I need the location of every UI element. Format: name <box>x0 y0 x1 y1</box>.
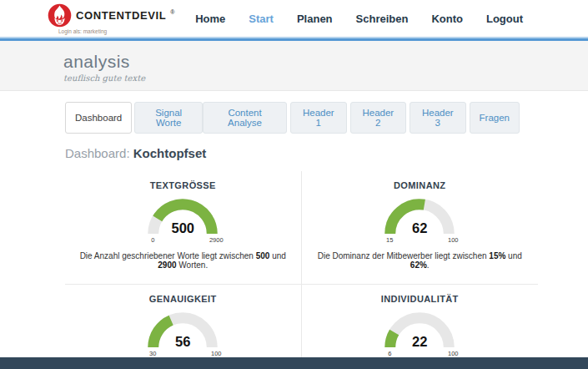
gauge-value: 500 <box>147 220 219 236</box>
nav-link-home[interactable]: Home <box>195 13 225 25</box>
gauge-cell-genauigkeit: GENAUIGKEIT 56 30 100 Die Genauigkeit de… <box>65 285 302 369</box>
brand-registered-mark: ® <box>170 9 174 15</box>
gauge-value: 62 <box>384 220 455 236</box>
contentdevil-logo-icon <box>48 3 72 28</box>
tab-header-2[interactable]: Header 2 <box>350 102 407 134</box>
gauge-min-label: 0 <box>143 236 162 244</box>
dashboard-heading-value: Kochtopfset <box>133 146 207 160</box>
page-subtitle: teuflisch gute texte <box>63 73 588 83</box>
tab-group-left: Dashboard Signal Worte <box>65 102 203 134</box>
gauge-chart: 62 15 100 <box>384 198 455 234</box>
brand-name: CONTENTDEVIL <box>76 9 166 22</box>
gauge-min-label: 6 <box>380 350 399 357</box>
gauge-value: 56 <box>147 334 219 350</box>
gauge-chart: 500 0 2900 <box>147 198 219 234</box>
tab-signal-worte[interactable]: Signal Worte <box>134 102 203 134</box>
footer-bar <box>0 357 588 369</box>
gauge-chart: 56 30 100 <box>147 311 219 347</box>
gauge-cell-dominanz: DOMINANZ 62 15 100 Die Dominanz der Mitb… <box>302 171 539 285</box>
gauge-cell-individualitaet: INDIVIDUALITÄT 22 6 100 Die Individualit… <box>302 285 539 369</box>
gauge-caption: Die Anzahl geschriebener Worte liegt zwi… <box>72 251 294 270</box>
tab-dashboard[interactable]: Dashboard <box>65 102 132 134</box>
gauge-title: DOMINANZ <box>309 180 532 190</box>
page-title: analysis <box>63 52 588 72</box>
nav-link-schreiben[interactable]: Schreiben <box>356 13 409 25</box>
nav-link-start[interactable]: Start <box>249 13 274 25</box>
gauge-grid: TEXTGRÖSSE 500 0 2900 Die Anzahl geschri… <box>65 171 538 369</box>
gauge-max-label: 2900 <box>207 236 225 244</box>
tab-content-analyse[interactable]: Content Analyse <box>203 102 287 134</box>
tab-header-3[interactable]: Header 3 <box>410 102 466 134</box>
gauge-value: 22 <box>384 334 455 350</box>
top-navbar: CONTENTDEVIL ® Login als: marketing Home… <box>0 0 588 37</box>
gauge-max-label: 100 <box>207 350 225 357</box>
nav-link-planen[interactable]: Planen <box>297 13 333 25</box>
brand-block: CONTENTDEVIL ® Login als: marketing <box>48 3 174 34</box>
gauge-caption: Die Dominanz der Mitbewerber liegt zwisc… <box>309 251 532 270</box>
nav-link-konto[interactable]: Konto <box>431 13 463 25</box>
nav-link-logout[interactable]: Logout <box>486 13 523 25</box>
dashboard-heading-prefix: Dashboard: <box>65 146 130 160</box>
login-as-label: Login als: marketing <box>58 28 174 34</box>
gauge-max-label: 100 <box>444 350 462 357</box>
gauge-cell-textgroesse: TEXTGRÖSSE 500 0 2900 Die Anzahl geschri… <box>65 171 302 285</box>
gauge-chart: 22 6 100 <box>384 311 455 347</box>
gauge-min-label: 30 <box>143 350 162 357</box>
gauge-title: TEXTGRÖSSE <box>72 180 294 190</box>
tab-bar: Dashboard Signal Worte Content Analyse H… <box>65 102 520 134</box>
tab-group-right: Content Analyse Header 1 Header 2 Header… <box>203 102 520 134</box>
gauge-title: GENAUIGKEIT <box>72 294 294 304</box>
tab-header-1[interactable]: Header 1 <box>290 102 347 134</box>
gauge-title: INDIVIDUALITÄT <box>309 294 532 304</box>
main-nav: Home Start Planen Schreiben Konto Logout <box>195 13 523 25</box>
page-header: analysis teuflisch gute texte <box>0 41 588 91</box>
dashboard-heading: Dashboard: Kochtopfset <box>65 146 588 160</box>
gauge-max-label: 100 <box>444 236 462 244</box>
tab-fragen[interactable]: Fragen <box>470 102 520 134</box>
gauge-min-label: 15 <box>380 236 399 244</box>
brand-link[interactable]: CONTENTDEVIL ® <box>48 3 174 28</box>
